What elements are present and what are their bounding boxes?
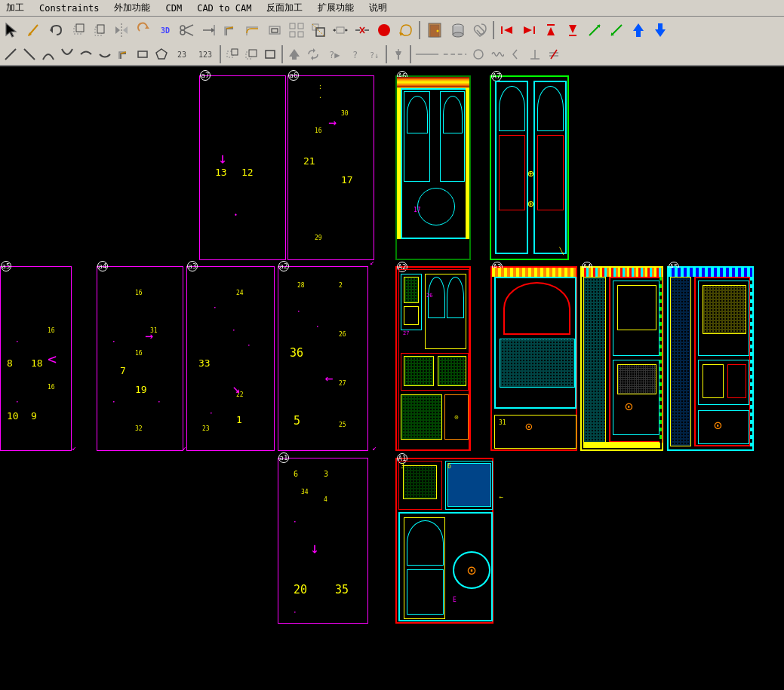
arrow-right-button[interactable] xyxy=(518,20,540,41)
label-dots2: . xyxy=(318,93,322,100)
arrow-diag1-button[interactable] xyxy=(584,20,605,41)
door-arch-right xyxy=(443,96,463,133)
help2-button[interactable]: ? xyxy=(346,46,364,63)
copy2-button[interactable] xyxy=(242,46,260,63)
svg-line-15 xyxy=(185,32,193,35)
toolbar-area: 3D xyxy=(0,17,784,66)
circle-label-a3: a3 xyxy=(187,261,198,271)
move-button[interactable] xyxy=(67,20,88,41)
furniture-top-band xyxy=(397,77,469,88)
arrow-left-button[interactable] xyxy=(497,20,518,41)
dashline1-button[interactable] xyxy=(414,46,441,63)
arrow-diag2-button[interactable] xyxy=(606,20,627,41)
panel-A6-furniture: A6 17 xyxy=(395,75,471,260)
sec-A2-bottom1 xyxy=(401,394,442,440)
scale-button[interactable] xyxy=(308,20,329,41)
pin-button[interactable] xyxy=(389,46,407,63)
stretch-button[interactable] xyxy=(330,20,351,41)
svg-marker-48 xyxy=(504,26,512,34)
help3-button[interactable]: ?↓ xyxy=(365,46,383,63)
up2-button[interactable] xyxy=(285,46,303,63)
label-12: 12 xyxy=(241,167,254,178)
menu-kuo-zhan[interactable]: 扩展功能 xyxy=(315,0,357,16)
select-button[interactable] xyxy=(2,20,23,41)
svg-marker-31 xyxy=(333,29,335,32)
mirror-button[interactable] xyxy=(111,20,132,41)
point-button[interactable] xyxy=(374,20,395,41)
small-16-d: 16 xyxy=(135,350,143,357)
menu-constraints[interactable]: Constraints xyxy=(36,2,102,15)
circle-ornament: ⊙ xyxy=(454,413,458,421)
offset-button[interactable] xyxy=(264,20,285,41)
perp-button[interactable] xyxy=(526,46,544,63)
door-icon-button[interactable] xyxy=(423,20,447,41)
array-button[interactable] xyxy=(286,20,307,41)
label-9: 9 xyxy=(31,410,37,422)
svg-rect-80 xyxy=(398,55,399,60)
label-30: 30 xyxy=(341,110,349,117)
circle2-button[interactable] xyxy=(469,46,487,63)
arrow-down-button[interactable] xyxy=(562,20,583,41)
revolve-button[interactable] xyxy=(395,20,417,41)
top-band-A5 xyxy=(669,268,752,277)
mid-A5 xyxy=(698,360,749,405)
chamfer-button[interactable] xyxy=(220,20,241,41)
menu-fan-mian[interactable]: 反面加工 xyxy=(263,0,306,16)
bracket-button[interactable] xyxy=(507,46,525,63)
copy-button[interactable] xyxy=(89,20,110,41)
arc3-button[interactable] xyxy=(77,46,95,63)
grid-A4-left xyxy=(584,278,605,442)
menu-jia-gong[interactable]: 加工 xyxy=(3,0,27,16)
panel-A5-furniture: A5 ⊙ xyxy=(667,266,754,451)
wave-button[interactable] xyxy=(488,46,506,63)
lower-A1 xyxy=(407,569,444,615)
undo-button[interactable] xyxy=(45,20,66,41)
clip-button[interactable] xyxy=(469,20,490,41)
menu-cdm[interactable]: CDM xyxy=(162,2,185,15)
trim-button[interactable] xyxy=(177,20,198,41)
small-32: 32 xyxy=(135,425,143,432)
help1-button[interactable]: ?▶ xyxy=(323,46,346,63)
bottom-A3: 31 ⊙ xyxy=(494,415,576,449)
3d-button[interactable]: 3D xyxy=(155,20,176,41)
blue-up-button[interactable] xyxy=(628,20,649,41)
extend-button[interactable] xyxy=(198,20,220,41)
arc4-button[interactable] xyxy=(96,46,114,63)
canvas-area[interactable]: a7 13 12 • ↖ a6 21 17 : . 30 16 29 ↗ A6 xyxy=(0,66,784,690)
dashline2-button[interactable] xyxy=(441,46,469,63)
lower-inner-A4 xyxy=(617,364,656,394)
num123-button[interactable]: 123 xyxy=(193,46,217,63)
num23-button[interactable]: 23 xyxy=(171,46,192,63)
arrow-up-button[interactable] xyxy=(540,20,561,41)
3d-label: 3D xyxy=(161,26,170,35)
menu-cad-to-cam[interactable]: CAD to CAM xyxy=(194,2,254,15)
break-button[interactable] xyxy=(352,20,373,41)
blue-down-button[interactable] xyxy=(650,20,671,41)
arrow-a6: ↗ xyxy=(325,113,343,130)
move2-button[interactable] xyxy=(223,46,241,63)
notequal-button[interactable] xyxy=(545,46,563,63)
line2-button[interactable] xyxy=(20,46,38,63)
label-16: 16 xyxy=(315,127,322,134)
menu-wai-jia[interactable]: 外加功能 xyxy=(111,0,153,16)
chamfer2-button[interactable] xyxy=(115,46,133,63)
fillet-button[interactable] xyxy=(242,20,263,41)
top-band-A3 xyxy=(492,268,576,277)
door-panel-right xyxy=(440,91,465,182)
convert-button[interactable] xyxy=(304,46,322,63)
rotate-button[interactable] xyxy=(133,20,154,41)
arc1-button[interactable] xyxy=(39,46,57,63)
label-A2-27: 27 xyxy=(403,330,409,336)
arc2-button[interactable] xyxy=(58,46,76,63)
pencil-button[interactable] xyxy=(23,20,45,41)
svg-line-62 xyxy=(5,49,16,60)
menu-shuo-ming[interactable]: 说明 xyxy=(366,0,390,16)
rect3-button[interactable] xyxy=(261,46,279,63)
line1-button[interactable] xyxy=(2,46,20,63)
cylinder-button[interactable] xyxy=(447,20,469,41)
label-8: 8 xyxy=(7,357,13,369)
svg-rect-5 xyxy=(76,24,84,32)
door-panel-left xyxy=(404,91,430,182)
polygon-button[interactable] xyxy=(152,46,171,63)
rect2-button[interactable] xyxy=(134,46,152,63)
